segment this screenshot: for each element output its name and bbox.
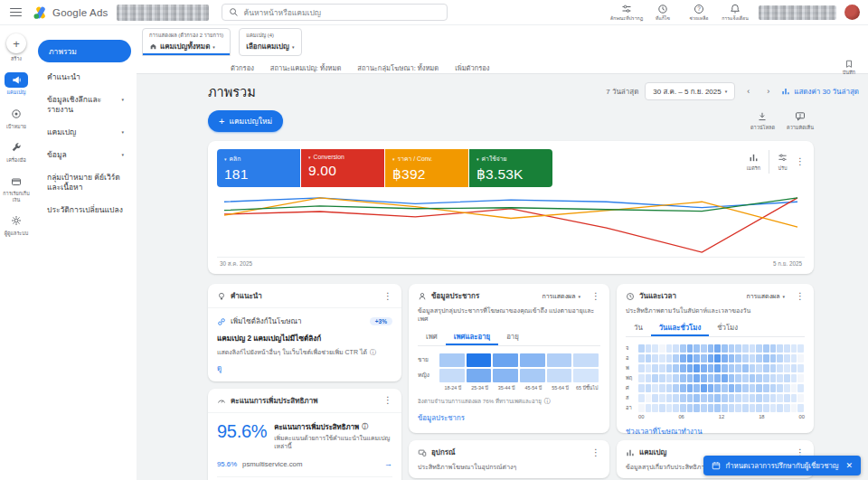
demographics-metric-selector[interactable]: การแสดงผล ▾ — [542, 291, 580, 301]
more-options-icon[interactable]: ⋮ — [383, 396, 392, 405]
adjust-button[interactable]: ปรับ — [778, 153, 788, 172]
day-hour-heatmap-cell — [756, 364, 762, 372]
expert-consultation-toast[interactable]: กำหนดเวลาการปรึกษากับผู้เชี่ยวชาญ ✕ — [703, 456, 862, 475]
day-hour-heatmap: จอพพฤศสอา — [626, 344, 805, 412]
rail-item-tools[interactable]: เครื่องมือ — [5, 140, 28, 163]
sidenav-item-change-history[interactable]: ประวัติการเปลี่ยนแปลง — [37, 199, 132, 221]
chevron-down-icon: ▾ — [121, 127, 124, 136]
save-button[interactable]: บันทึก — [843, 60, 855, 76]
campaign-status-filter[interactable]: สถานะแคมเปญ: ทั้งหมด — [270, 62, 342, 73]
more-options-icon[interactable]: ⋮ — [591, 448, 600, 457]
feedback-button[interactable]: ความคิดเห็น — [787, 111, 814, 131]
tab-hour[interactable]: ชั่วโมง — [709, 319, 746, 336]
day-hour-heatmap-cell — [777, 404, 783, 412]
show-last-30-days-link[interactable]: แสดงค่า 30 วันล่าสุด — [781, 86, 859, 98]
day-hour-heatmap-cell — [701, 364, 707, 372]
avatar[interactable] — [844, 5, 860, 20]
day-hour-heatmap-cell — [750, 374, 756, 382]
menu-icon[interactable] — [10, 8, 22, 16]
day-hour-heatmap-cell — [673, 344, 679, 353]
tab-day-hour[interactable]: วันและชั่วโมง — [651, 319, 710, 336]
adgroup-status-filter[interactable]: สถานะกลุ่มโฆษณา: ทั้งหมด — [357, 62, 439, 73]
day-hour-heatmap-cell — [646, 354, 652, 362]
metric-chip-conversions[interactable]: ▾Conversion 9.00 — [301, 149, 384, 187]
create-button[interactable]: + สร้าง — [6, 33, 26, 61]
info-icon[interactable]: ⓘ — [362, 422, 368, 431]
info-icon[interactable]: ⓘ — [370, 348, 376, 356]
appearance-button[interactable]: ลักษณะที่ปรากฏ — [609, 4, 644, 21]
date-prev-button[interactable]: ‹ — [741, 83, 755, 99]
day-hour-heatmap-cell — [708, 374, 714, 382]
more-options-icon[interactable]: ⋮ — [796, 157, 805, 166]
day-hour-heatmap-cell — [722, 394, 728, 402]
day-hour-heatmap-cell — [763, 344, 769, 353]
day-hour-heatmap-cell — [742, 404, 749, 412]
day-hour-heatmap-cell — [735, 394, 741, 402]
day-hour-heatmap-cell — [659, 354, 665, 362]
recommendation-view-link[interactable]: ดู — [217, 362, 392, 374]
side-nav: ภาพรวม คำแนะนำ ข้อมูลเชิงลึกและรายงาน▾ แ… — [33, 25, 137, 480]
recommendation-item[interactable]: เพิ่มไซต์ลิงก์ในโฆษณา +3% — [217, 315, 392, 327]
sidenav-item-campaigns[interactable]: แคมเปญ▾ — [37, 121, 132, 144]
account-id-redacted[interactable] — [759, 5, 836, 20]
close-icon[interactable]: ✕ — [845, 461, 853, 470]
tab-gender[interactable]: เพศ — [418, 328, 446, 345]
filter-button[interactable]: ตัวกรอง — [231, 62, 254, 73]
google-ads-logo: Google Ads — [33, 6, 108, 19]
history-button[interactable]: ที่แก้ไข — [646, 4, 680, 21]
campaign-picker-caption: แคมเปญ (4) — [246, 31, 295, 40]
day-hour-heatmap-cell — [666, 404, 673, 412]
add-filter-button[interactable]: เพิ่มตัวกรอง — [455, 62, 489, 73]
help-button[interactable]: ? ช่วยเหลือ — [682, 4, 716, 21]
day-hour-heatmap-cell — [714, 344, 721, 353]
tab-gender-age[interactable]: เพศและอายุ — [446, 328, 498, 345]
day-hour-heatmap-cell — [659, 374, 665, 382]
tab-age[interactable]: อายุ — [498, 328, 527, 345]
account-score-row[interactable]: 95.6% psmultiservice.com → — [217, 459, 392, 468]
ad-schedule-link[interactable]: ช่วงเวลาที่โฆษณาทำงาน — [626, 426, 805, 437]
more-options-icon[interactable]: ⋮ — [383, 292, 392, 301]
sidenav-item-insights-reports[interactable]: ข้อมูลเชิงลึกและรายงาน▾ — [37, 89, 132, 121]
account-name-redacted[interactable] — [117, 5, 209, 21]
info-icon[interactable]: ⓘ — [544, 397, 551, 406]
day-hour-heatmap-cell — [680, 404, 686, 412]
feedback-icon — [795, 111, 806, 122]
notifications-button[interactable]: การแจ้งเตือน — [718, 4, 752, 21]
metric-chip-cost-per-conv[interactable]: ▾ราคา / Conv. ฿392 — [385, 149, 468, 187]
devices-icon — [418, 448, 427, 457]
date-range-picker[interactable]: 30 ส.ค. – 5 ก.ย. 2025 ▾ — [645, 82, 735, 100]
day-hour-heatmap-cell — [742, 374, 749, 382]
rail-item-billing[interactable]: การเรียกเก็บเงิน — [1, 174, 32, 202]
rail-item-admin[interactable]: ผู้ดูแลระบบ — [5, 213, 29, 236]
chevron-down-icon: ▾ — [292, 44, 295, 50]
day-hour-heatmap-cell — [652, 374, 658, 382]
metric-chip-clicks[interactable]: ▾คลิก 181 — [217, 149, 300, 187]
tab-day[interactable]: วัน — [626, 319, 651, 336]
demographics-heatmap-cell — [547, 369, 572, 382]
metrics-button[interactable]: เมตริก — [747, 153, 760, 172]
rail-item-goals[interactable]: เป้าหมาย — [5, 107, 28, 129]
sidenav-item-overview[interactable]: ภาพรวม — [38, 40, 131, 62]
sidenav-item-audiences-keywords[interactable]: กลุ่มเป้าหมาย คีย์เวิร์ด และเนื้อหา — [37, 166, 132, 199]
download-button[interactable]: ดาวน์โหลด — [750, 111, 775, 131]
home-icon — [149, 42, 157, 51]
sidenav-item-recommendations[interactable]: คำแนะนำ — [37, 66, 132, 89]
day-hour-heatmap-cell — [722, 384, 728, 392]
search-input[interactable] — [243, 8, 440, 17]
campaign-picker[interactable]: แคมเปญ (4) เลือกแคมเปญ ▾ — [239, 28, 302, 56]
view-scope-selector[interactable]: การแสดงผล (ตัวกรอง 2 รายการ) แคมเปญทั้งห… — [142, 28, 231, 56]
cards-grid: คำแนะนำ ⋮ เพิ่มไซต์ลิงก์ในโฆษณา +3% แคมเ… — [208, 284, 859, 480]
metric-chip-cost[interactable]: ▾ค่าใช้จ่าย ฿3.53K — [469, 149, 552, 187]
new-campaign-button[interactable]: + แคมเปญใหม่ — [208, 110, 283, 132]
more-options-icon[interactable]: ⋮ — [796, 292, 805, 301]
day-hour-metric-selector[interactable]: การแสดงผล ▾ — [746, 291, 785, 301]
search-icon — [229, 7, 239, 17]
search-box[interactable] — [222, 4, 448, 21]
more-options-icon[interactable]: ⋮ — [591, 292, 600, 301]
date-next-button[interactable]: › — [761, 83, 775, 99]
rail-item-campaigns[interactable]: แคมเปญ — [5, 72, 28, 95]
sidenav-item-assets[interactable]: ข้อมูล▾ — [37, 144, 132, 166]
day-hour-heatmap-cell — [687, 384, 693, 392]
arrow-right-icon[interactable]: → — [384, 459, 392, 468]
demographics-link[interactable]: ข้อมูลประชากร — [418, 412, 600, 423]
